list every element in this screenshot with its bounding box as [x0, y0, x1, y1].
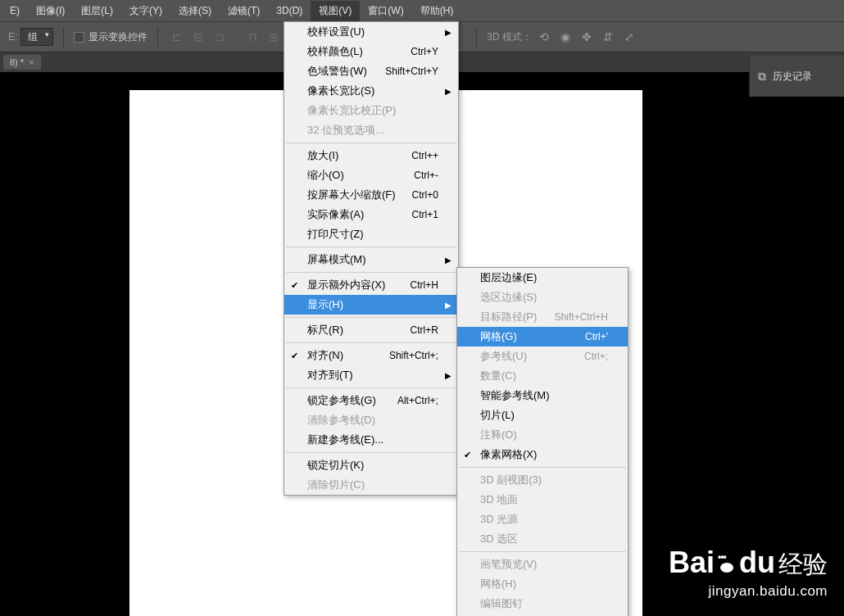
- menu-item[interactable]: 锁定切片(K): [284, 455, 458, 475]
- menu-item-label: 锁定参考线(G): [307, 393, 376, 408]
- menu-item[interactable]: ✔显示额外内容(X)Ctrl+H: [284, 275, 458, 295]
- menu-item: 选区边缘(S): [457, 288, 628, 307]
- check-icon: ✔: [464, 450, 471, 460]
- menu-separator: [286, 143, 456, 143]
- menu-item-label: 像素网格(X): [480, 447, 537, 462]
- align-left-icon[interactable]: ⊏: [168, 28, 186, 46]
- menu-separator: [286, 317, 456, 318]
- menu-item[interactable]: 显示(H)▶: [284, 295, 458, 315]
- menu-image[interactable]: 图像(I): [28, 1, 73, 21]
- menu-item-label: 参考线(U): [480, 349, 527, 364]
- menubar: E) 图像(I) 图层(L) 文字(Y) 选择(S) 滤镜(T) 3D(D) 视…: [0, 0, 844, 21]
- menu-item-label: 编辑图钉: [480, 596, 523, 611]
- menu-item-label: 3D 光源: [480, 512, 518, 527]
- menu-shortcut: Ctrl+;: [568, 351, 608, 362]
- menu-item[interactable]: ✔对齐(N)Shift+Ctrl+;: [284, 346, 458, 365]
- menu-item-label: 锁定切片(K): [307, 458, 364, 473]
- close-icon[interactable]: ×: [29, 57, 34, 67]
- show-submenu: 图层边缘(E)选区边缘(S)目标路径(P)Shift+Ctrl+H网格(G)Ct…: [456, 267, 628, 616]
- menu-item[interactable]: 缩小(O)Ctrl+-: [284, 165, 458, 185]
- menu-item[interactable]: 标尺(R)Ctrl+R: [284, 320, 458, 340]
- show-transform-controls-checkbox[interactable]: 显示变换控件: [74, 30, 147, 44]
- menu-item: 注释(O): [457, 425, 628, 445]
- align-right-icon[interactable]: ⊐: [211, 28, 229, 46]
- menu-item-label: 清除切片(C): [307, 478, 365, 492]
- checkbox-icon: [74, 32, 84, 43]
- menu-shortcut: Alt+Ctrl+;: [381, 395, 438, 406]
- menu-item[interactable]: 按屏幕大小缩放(F)Ctrl+0: [284, 185, 458, 205]
- menu-filter[interactable]: 滤镜(T): [220, 1, 268, 21]
- menu-item: 3D 地面: [457, 490, 628, 510]
- menu-item-label: 缩小(O): [307, 168, 344, 183]
- menu-help[interactable]: 帮助(H): [412, 1, 462, 21]
- submenu-arrow-icon: ▶: [445, 87, 451, 96]
- check-icon: ✔: [291, 351, 298, 361]
- menu-item-label: 按屏幕大小缩放(F): [307, 188, 396, 202]
- menu-separator: [459, 551, 626, 552]
- menu-layer[interactable]: 图层(L): [73, 1, 121, 21]
- brand-text: Bai: [669, 546, 715, 580]
- menu-item[interactable]: 实际像素(A)Ctrl+1: [284, 205, 458, 224]
- menu-item[interactable]: 新建参考线(E)...: [284, 430, 458, 450]
- menu-item[interactable]: 网格(G)Ctrl+': [457, 327, 628, 346]
- align-center-v-icon[interactable]: ⊞: [265, 28, 283, 46]
- menu-item-label: 智能参考线(M): [480, 388, 550, 403]
- menu-item-label: 画笔预览(V): [480, 557, 537, 572]
- menu-item[interactable]: 切片(L): [457, 405, 628, 425]
- menu-item: 网格(H): [457, 574, 628, 594]
- align-center-h-icon[interactable]: ⊟: [189, 28, 207, 46]
- paw-icon: [718, 555, 736, 573]
- menu-item[interactable]: 图层边缘(E): [457, 268, 628, 288]
- menu-select[interactable]: 选择(S): [170, 1, 220, 21]
- menu-item[interactable]: ✔像素网格(X): [457, 445, 628, 464]
- menu-item[interactable]: 锁定参考线(G)Alt+Ctrl+;: [284, 391, 458, 410]
- submenu-arrow-icon: ▶: [445, 28, 451, 37]
- slide-3d-icon[interactable]: ⇵: [599, 28, 617, 46]
- menu-separator: [286, 387, 456, 388]
- menu-3d[interactable]: 3D(D): [268, 2, 311, 20]
- menu-item[interactable]: 屏幕模式(M)▶: [284, 250, 458, 270]
- orbit-3d-icon[interactable]: ⟲: [535, 28, 553, 46]
- menu-shortcut: Ctrl+Y: [394, 46, 438, 57]
- scale-3d-icon[interactable]: ⤢: [620, 28, 638, 46]
- menu-shortcut: Shift+Ctrl+Y: [369, 66, 438, 77]
- menu-separator: [459, 467, 626, 468]
- menu-separator: [286, 272, 456, 273]
- menu-item-label: 清除参考线(D): [307, 413, 375, 428]
- menu-view[interactable]: 视图(V): [311, 1, 360, 21]
- menu-item: 32 位预览选项...: [284, 120, 458, 140]
- menu-item-label: 色域警告(W): [307, 64, 367, 79]
- menu-shortcut: Shift+Ctrl+;: [373, 350, 438, 361]
- menu-item[interactable]: 放大(I)Ctrl++: [284, 146, 458, 165]
- menu-window[interactable]: 窗口(W): [360, 1, 411, 21]
- menu-item: 3D 光源: [457, 510, 628, 529]
- menu-separator: [286, 342, 456, 343]
- menu-type[interactable]: 文字(Y): [121, 1, 170, 21]
- menu-item-label: 数量(C): [480, 369, 516, 383]
- menu-item[interactable]: 像素长宽比(S)▶: [284, 81, 458, 101]
- menu-item[interactable]: 校样颜色(L)Ctrl+Y: [284, 42, 458, 61]
- menu-item-label: 对齐(N): [307, 348, 343, 363]
- menu-item: 画笔预览(V): [457, 555, 628, 574]
- menu-edit-partial[interactable]: E): [2, 2, 28, 20]
- document-tab[interactable]: 8) * ×: [3, 55, 41, 70]
- menu-item[interactable]: 校样设置(U)▶: [284, 22, 458, 42]
- menu-item[interactable]: 对齐到(T)▶: [284, 365, 458, 385]
- history-panel-tab[interactable]: ⧉ 历史记录: [749, 56, 844, 97]
- menu-item[interactable]: 打印尺寸(Z): [284, 224, 458, 244]
- menu-item-label: 标尺(R): [307, 323, 343, 337]
- group-dropdown[interactable]: 组: [20, 28, 53, 46]
- pan-3d-icon[interactable]: ✥: [578, 28, 596, 46]
- menu-shortcut: Ctrl+': [569, 331, 608, 342]
- menu-item-label: 打印尺寸(Z): [307, 227, 364, 242]
- roll-3d-icon[interactable]: ◉: [556, 28, 574, 46]
- menu-shortcut: Ctrl+-: [397, 170, 438, 181]
- history-label: 历史记录: [773, 70, 812, 84]
- menu-item: 目标路径(P)Shift+Ctrl+H: [457, 307, 628, 327]
- checkbox-label: 显示变换控件: [88, 30, 147, 44]
- menu-item[interactable]: 智能参考线(M): [457, 386, 628, 405]
- menu-item-label: 图层边缘(E): [480, 270, 537, 285]
- menu-item[interactable]: 色域警告(W)Shift+Ctrl+Y: [284, 61, 458, 81]
- submenu-arrow-icon: ▶: [445, 371, 451, 380]
- align-top-icon[interactable]: ⊓: [243, 28, 261, 46]
